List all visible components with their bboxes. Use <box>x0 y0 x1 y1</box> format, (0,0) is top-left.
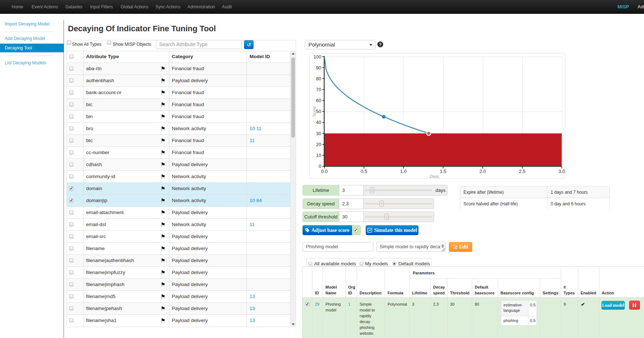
flag-icon[interactable]: ⚑ <box>161 89 165 96</box>
simulate-model-button[interactable]: Simulate this model <box>366 225 418 235</box>
model-id-links[interactable]: 10 84 <box>250 198 262 203</box>
current-score-marker[interactable] <box>382 115 385 118</box>
row-checkbox[interactable] <box>69 198 73 202</box>
model-row-checkbox[interactable] <box>305 302 309 306</box>
flag-icon[interactable]: ⚑ <box>161 209 165 216</box>
row-checkbox[interactable] <box>69 222 73 226</box>
attribute-table-scrollbar[interactable] <box>291 51 296 327</box>
sidebar-item-add-decaying-model[interactable]: Add Decaying Model <box>5 36 45 41</box>
refresh-button[interactable]: ↺ <box>244 40 254 49</box>
control-value-input[interactable]: 30 <box>339 212 364 222</box>
radio-label[interactable]: All available models <box>314 261 356 266</box>
nav-item-event-actions[interactable]: Event Actions <box>32 0 58 14</box>
row-checkbox[interactable] <box>69 294 73 298</box>
row-checkbox[interactable] <box>69 150 73 154</box>
flag-icon[interactable]: ⚑ <box>161 77 165 84</box>
flag-icon[interactable]: ⚑ <box>161 137 165 144</box>
row-checkbox[interactable] <box>69 306 73 310</box>
slider-handle[interactable] <box>380 201 384 207</box>
attribute-row-email-dst[interactable]: email-dst⚑Network activity11 <box>67 218 291 230</box>
row-checkbox[interactable] <box>69 318 73 322</box>
search-input[interactable]: Search Attribute Type <box>156 40 242 49</box>
attribute-row-email-attachment[interactable]: email-attachment⚑Payload delivery <box>67 206 291 218</box>
radio-my-models[interactable] <box>360 262 364 266</box>
row-checkbox[interactable] <box>69 174 73 178</box>
slider-track[interactable] <box>365 203 432 205</box>
attribute-row-domain[interactable]: domain⚑Network activity <box>67 182 291 194</box>
control-value-input[interactable]: 2.3 <box>339 199 364 209</box>
textarea-up-arrow[interactable] <box>441 244 444 246</box>
attribute-row-filename[interactable]: filename⚑Payload delivery <box>67 242 291 254</box>
flag-icon[interactable]: ⚑ <box>161 185 165 192</box>
nav-item-home[interactable]: Home <box>12 0 23 14</box>
select-all-checkbox[interactable] <box>69 55 73 59</box>
attribute-row-filename|impfuzzy[interactable]: filename|impfuzzy⚑Payload delivery <box>67 266 291 278</box>
flag-icon[interactable]: ⚑ <box>161 197 165 204</box>
sidebar-item-decaying-tool[interactable]: Decaying Tool <box>0 44 64 52</box>
row-checkbox[interactable] <box>69 114 73 118</box>
row-checkbox[interactable] <box>69 258 73 262</box>
model-org-id[interactable]: 1 <box>348 301 351 307</box>
radio-all-available-models[interactable] <box>308 262 312 266</box>
attribute-row-aba-rtn[interactable]: aba-rtn⚑Financial fraud <box>67 63 291 75</box>
adjust-base-score-button[interactable]: Adjust base score <box>303 225 352 235</box>
slider-handle[interactable] <box>370 187 374 193</box>
flag-icon[interactable]: ⚑ <box>161 149 165 156</box>
attribute-row-filename|authentihash[interactable]: filename|authentihash⚑Payload delivery <box>67 254 291 266</box>
formula-select[interactable]: Polynomial <box>305 40 376 49</box>
slider-track[interactable] <box>365 216 432 218</box>
pause-model-button[interactable] <box>629 301 640 310</box>
flag-icon[interactable]: ⚑ <box>161 293 165 300</box>
row-checkbox[interactable] <box>69 79 73 83</box>
cutoff-marker[interactable] <box>427 132 431 136</box>
row-checkbox[interactable] <box>69 138 73 142</box>
model-id-links[interactable]: 13 <box>250 306 255 311</box>
scrollbar-up-arrow[interactable] <box>292 53 295 55</box>
load-model-button[interactable]: Load model <box>602 301 625 310</box>
scrollbar-thumb[interactable] <box>291 57 295 138</box>
flag-icon[interactable]: ⚑ <box>161 257 165 264</box>
flag-icon[interactable]: ⚑ <box>161 101 165 108</box>
nav-item-administration[interactable]: Administration <box>187 0 215 14</box>
navbar-user-menu[interactable]: Admin <box>637 0 644 14</box>
flag-icon[interactable]: ⚑ <box>161 173 165 180</box>
control-value-input[interactable]: 3 <box>339 185 364 195</box>
attribute-row-cc-number[interactable]: cc-number⚑Financial fraud <box>67 146 291 158</box>
sidebar-item-import-decaying-model[interactable]: Import Decaying Model <box>5 21 49 27</box>
flag-icon[interactable]: ⚑ <box>161 161 165 168</box>
help-icon[interactable]: ? <box>377 41 383 47</box>
nav-item-input-filters[interactable]: Input Filters <box>90 0 113 14</box>
flag-icon[interactable]: ⚑ <box>161 269 165 276</box>
attribute-row-bank-account-nr[interactable]: bank-account-nr⚑Financial fraud <box>67 86 291 98</box>
flag-icon[interactable]: ⚑ <box>161 125 165 132</box>
model-description-textarea[interactable]: Simple model to rapidly decay <box>376 242 446 252</box>
decay-chart[interactable]: 01020304050607080901000.00.51.01.52.02.5… <box>310 53 565 178</box>
model-row[interactable]: 29Phishing model1Simple model to rapidly… <box>302 298 644 338</box>
flag-icon[interactable]: ⚑ <box>161 245 165 252</box>
show-misp-objects-checkbox[interactable] <box>107 41 111 45</box>
radio-label[interactable]: Default models <box>398 261 430 266</box>
attribute-row-community-id[interactable]: community-id⚑Network activity <box>67 170 291 182</box>
row-checkbox[interactable] <box>69 246 73 250</box>
row-checkbox[interactable] <box>69 67 73 71</box>
show-all-types-checkbox[interactable] <box>67 41 71 45</box>
navbar-brand[interactable]: MISP <box>617 0 629 14</box>
nav-item-galaxies[interactable]: Galaxies <box>65 0 82 14</box>
row-checkbox[interactable] <box>69 234 73 238</box>
row-checkbox[interactable] <box>69 186 73 190</box>
nav-item-audit[interactable]: Audit <box>222 0 232 14</box>
row-checkbox[interactable] <box>69 282 73 286</box>
row-checkbox[interactable] <box>69 126 73 130</box>
textarea-resize-grip[interactable] <box>442 248 445 251</box>
slider-track[interactable] <box>365 189 432 191</box>
attribute-row-authentihash[interactable]: authentihash⚑Payload delivery <box>67 75 291 86</box>
row-checkbox[interactable] <box>69 90 73 94</box>
row-checkbox[interactable] <box>69 162 73 166</box>
flag-icon[interactable]: ⚑ <box>161 317 165 324</box>
nav-item-sync-actions[interactable]: Sync Actions <box>155 0 181 14</box>
slider-handle[interactable] <box>385 214 389 220</box>
attribute-row-btc[interactable]: btc⚑Financial fraud11 <box>67 134 291 146</box>
flag-icon[interactable]: ⚑ <box>161 221 165 228</box>
attribute-row-domain|ip[interactable]: domain|ip⚑Network activity10 84 <box>67 194 291 206</box>
attribute-row-filename|imphash[interactable]: filename|imphash⚑Payload delivery <box>67 278 291 290</box>
